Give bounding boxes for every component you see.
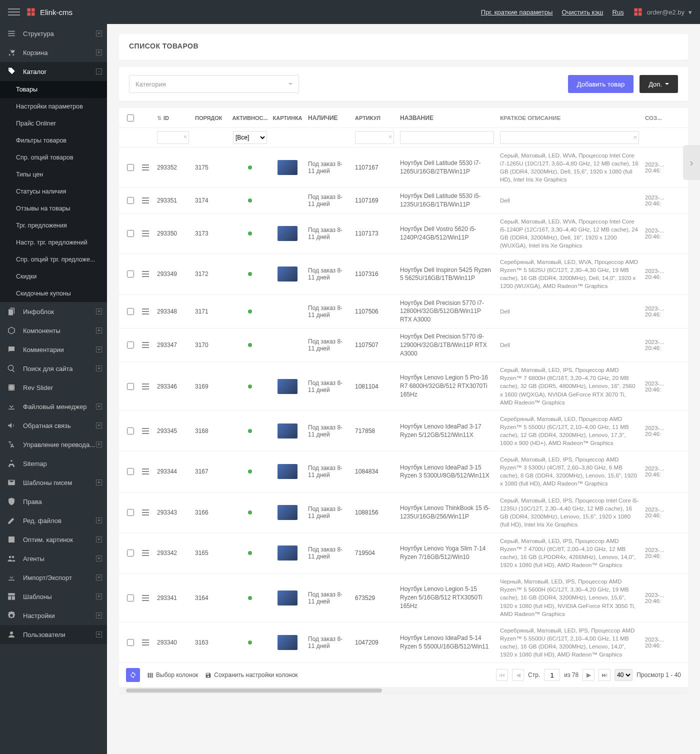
row-checkbox[interactable]	[127, 639, 134, 646]
sidebar-item[interactable]: Управление перевода...+	[0, 435, 107, 454]
sidebar-subitem[interactable]: Товары	[0, 81, 107, 98]
drag-handle-icon[interactable]	[142, 198, 149, 204]
expand-icon[interactable]: +	[96, 422, 102, 428]
drag-handle-icon[interactable]	[142, 468, 149, 474]
row-checkbox[interactable]	[127, 197, 134, 204]
page-number-input[interactable]	[544, 669, 560, 681]
expand-icon[interactable]: +	[96, 612, 102, 618]
sidebar-subitem[interactable]: Трг. предложения	[0, 217, 107, 234]
drag-handle-icon[interactable]	[142, 342, 149, 348]
clear-cache-link[interactable]: Очистить кэш	[562, 8, 603, 16]
table-row[interactable]: 293341 3164 Под заказ 8-11 дней 673529 Н…	[119, 574, 688, 622]
row-checkbox[interactable]	[127, 594, 134, 602]
row-checkbox[interactable]	[127, 509, 134, 516]
clear-filter-desc[interactable]: ×	[634, 134, 637, 142]
drag-handle-icon[interactable]	[142, 164, 149, 170]
row-checkbox[interactable]	[127, 550, 134, 556]
sidebar-item[interactable]: Каталог-	[0, 62, 107, 81]
expand-icon[interactable]: +	[96, 404, 102, 410]
filter-name-input[interactable]	[400, 131, 494, 144]
refresh-button[interactable]	[126, 668, 140, 682]
row-checkbox[interactable]	[127, 230, 134, 237]
sidebar-item[interactable]: Настройки+	[0, 606, 107, 625]
row-checkbox[interactable]	[127, 468, 134, 475]
sidebar-item[interactable]: Импорт/Экспорт+	[0, 568, 107, 587]
sidebar-item[interactable]: Sitemap	[0, 454, 107, 473]
sidebar-subitem[interactable]: Прайс Onliner	[0, 115, 107, 132]
table-row[interactable]: 293340 3163 Под заказ 8-11 дней 1047209 …	[119, 622, 688, 663]
drag-handle-icon[interactable]	[142, 550, 149, 556]
table-row[interactable]: 293350 3173 Под заказ 8-11 дней 1107173 …	[119, 214, 688, 254]
expand-icon[interactable]: +	[96, 536, 102, 542]
row-checkbox[interactable]	[127, 270, 134, 278]
clear-filter-art[interactable]: ×	[388, 134, 392, 140]
table-row[interactable]: 293345 3168 Под заказ 8-11 дней 717858 Н…	[119, 411, 688, 452]
expand-icon[interactable]: +	[96, 480, 102, 486]
sidebar-item[interactable]: Комментарии+	[0, 340, 107, 359]
sidebar-item[interactable]: Оптим. картинок+	[0, 530, 107, 549]
expand-icon[interactable]: +	[96, 574, 102, 580]
table-row[interactable]: 293346 3169 Под заказ 8-11 дней 1081104 …	[119, 362, 688, 410]
select-all-checkbox[interactable]	[127, 114, 134, 122]
expand-icon[interactable]: +	[96, 632, 102, 638]
sidebar-item[interactable]: Обратная связь+	[0, 416, 107, 435]
per-page-select[interactable]: 40	[614, 669, 632, 681]
expand-icon[interactable]: +	[96, 30, 102, 36]
sidebar-subitem[interactable]: Настр. трг. предложений	[0, 234, 107, 251]
row-checkbox[interactable]	[127, 164, 134, 171]
save-columns-button[interactable]: Сохранить настройки колонок	[205, 672, 298, 678]
row-checkbox[interactable]	[127, 308, 134, 315]
drag-handle-icon[interactable]	[142, 384, 149, 390]
page-last-button[interactable]: ⏭	[598, 669, 610, 681]
sidebar-item[interactable]: Корзина+	[0, 43, 107, 62]
user-menu[interactable]: order@e2.by ▾	[633, 7, 692, 17]
drag-handle-icon[interactable]	[142, 271, 149, 277]
drag-handle-icon[interactable]	[142, 640, 149, 646]
table-row[interactable]: 293344 3167 Под заказ 8-11 дней 1084834 …	[119, 452, 688, 492]
expand-icon[interactable]: +	[96, 442, 102, 448]
sidebar-item[interactable]: Пользователи+	[0, 625, 107, 644]
sidebar-subitem[interactable]: Отзывы на товары	[0, 200, 107, 217]
sidebar-subitem[interactable]: Спр. опций товаров	[0, 149, 107, 166]
table-row[interactable]: 293342 3165 Под заказ 8-11 дней 719504 Н…	[119, 533, 688, 574]
lang-link[interactable]: Rus	[612, 8, 624, 16]
expand-icon[interactable]: -	[96, 68, 102, 74]
table-row[interactable]: 293348 3171 Под заказ 8-11 дней 1107506 …	[119, 295, 688, 328]
sidebar-item[interactable]: Права	[0, 492, 107, 511]
page-first-button[interactable]: ⏮	[496, 669, 508, 681]
prog-params-link[interactable]: Прг. краткие параметры	[481, 8, 553, 16]
sidebar-item[interactable]: Шаблоны писем+	[0, 473, 107, 492]
select-columns-button[interactable]: Выбор колонок	[147, 672, 198, 678]
sidebar-subitem[interactable]: Спр. опций трг. предложе...	[0, 251, 107, 268]
sidebar-item[interactable]: Файловый менеджер+	[0, 397, 107, 416]
drag-handle-icon[interactable]	[142, 595, 149, 601]
sidebar-item[interactable]: Структура+	[0, 24, 107, 43]
sidebar-subitem[interactable]: Скидки	[0, 268, 107, 285]
expand-icon[interactable]: +	[96, 50, 102, 56]
expand-icon[interactable]: +	[96, 556, 102, 562]
sidebar-item[interactable]: Инфоблок+	[0, 302, 107, 321]
page-next-button[interactable]: ▶	[582, 669, 594, 681]
sidebar-item[interactable]: Компоненты+	[0, 321, 107, 340]
table-row[interactable]: 293352 3175 Под заказ 8-11 дней 1107167 …	[119, 148, 688, 188]
filter-desc-input[interactable]	[500, 131, 639, 144]
sidebar-item[interactable]: Rev Slider	[0, 378, 107, 397]
row-checkbox[interactable]	[127, 428, 134, 434]
expand-icon[interactable]: +	[96, 346, 102, 352]
table-row[interactable]: 293347 3170 Под заказ 8-11 дней 1107507 …	[119, 328, 688, 362]
sidebar-item[interactable]: Ред. файлов+	[0, 511, 107, 530]
filter-active-select[interactable]: [Все]	[233, 131, 267, 144]
expand-icon[interactable]: +	[96, 366, 102, 372]
sidebar-item[interactable]: Поиск для сайта+	[0, 359, 107, 378]
expand-icon[interactable]: +	[96, 328, 102, 334]
drag-handle-icon[interactable]	[142, 308, 149, 314]
sidebar-subitem[interactable]: Фильтры товаров	[0, 132, 107, 149]
scroll-right-button[interactable]: ›	[683, 145, 700, 180]
sidebar-item[interactable]: Шаблоны+	[0, 587, 107, 606]
expand-icon[interactable]: +	[96, 308, 102, 314]
drag-handle-icon[interactable]	[142, 230, 149, 236]
row-checkbox[interactable]	[127, 383, 134, 390]
expand-icon[interactable]: +	[96, 518, 102, 524]
category-select[interactable]: Категория	[129, 75, 299, 93]
sidebar-subitem[interactable]: Статусы наличия	[0, 183, 107, 200]
